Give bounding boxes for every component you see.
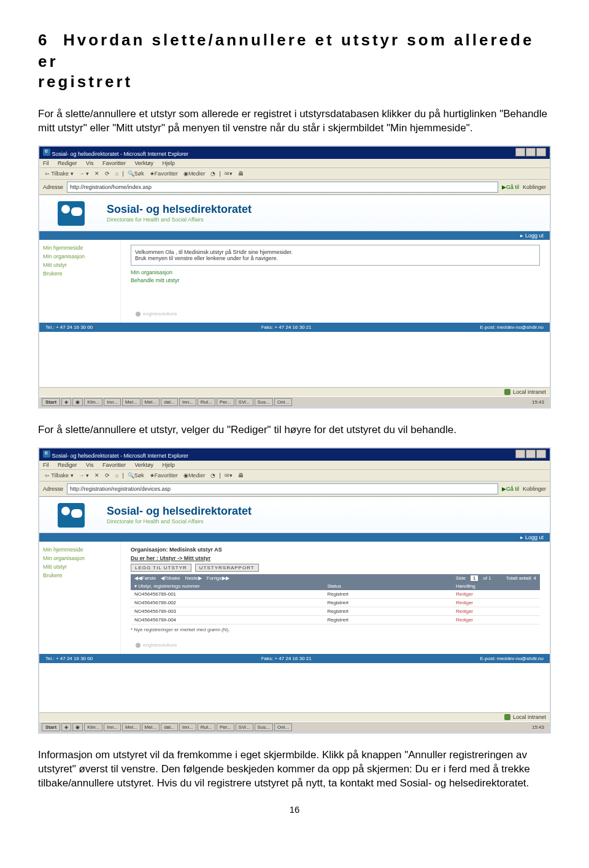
menu-view[interactable]: Vis [86, 160, 93, 166]
taskbar-item[interactable]: Mel... [142, 398, 160, 406]
nav-utstyr[interactable]: Mitt utstyr [43, 564, 117, 570]
nav-users[interactable]: Brukere [43, 572, 117, 578]
link-handle-utstyr[interactable]: Behandle mitt utstyr [131, 277, 540, 283]
taskbar-item[interactable]: Onl... [274, 398, 292, 406]
pager-first[interactable]: ◀◀Første [134, 575, 156, 581]
url-input[interactable]: http://registration/home/index.asp [67, 182, 498, 193]
menu-edit[interactable]: Rediger [58, 160, 77, 166]
menu-tools[interactable]: Verktøy [134, 462, 153, 468]
start-button[interactable]: Start [42, 723, 60, 731]
stop-button[interactable]: ✕ [93, 170, 101, 177]
taskbar-item[interactable]: dat... [161, 398, 178, 406]
quick-launch[interactable]: ◈ [61, 398, 71, 406]
taskbar-item[interactable]: Mel... [142, 723, 160, 731]
media-button[interactable]: ◉Medier [182, 472, 207, 479]
nav-org[interactable]: Min organisasjon [43, 253, 117, 259]
menu-edit[interactable]: Rediger [58, 462, 77, 468]
menu-help[interactable]: Hjelp [162, 462, 175, 468]
pager-prev[interactable]: ◀Tilbake [161, 575, 180, 581]
nav-org[interactable]: Min organisasjon [43, 555, 117, 561]
media-button[interactable]: ◉Medier [182, 170, 207, 177]
menu-bar[interactable]: Fil Rediger Vis Favoritter Verktøy Hjelp [39, 461, 550, 470]
taskbar-item[interactable]: Inn... [179, 398, 196, 406]
col-action[interactable]: Handling [456, 583, 536, 589]
taskbar-item[interactable]: SVi... [236, 723, 253, 731]
link-my-org[interactable]: Min organisasjon [131, 269, 540, 275]
taskbar-item[interactable]: Sos... [255, 398, 273, 406]
taskbar-item[interactable]: Rut... [198, 398, 215, 406]
taskbar-item[interactable]: dat... [161, 723, 178, 731]
mail-button[interactable]: ✉▾ [223, 472, 234, 479]
stop-button[interactable]: ✕ [93, 472, 101, 479]
device-report-button[interactable]: UTSTYRSRAPPORT [195, 564, 259, 572]
taskbar-item[interactable]: Inn... [104, 723, 121, 731]
menu-bar[interactable]: Fil Rediger Vis Favoritter Verktøy Hjelp [39, 159, 550, 168]
taskbar-item[interactable]: Klin... [84, 398, 102, 406]
edit-link[interactable]: Rediger [456, 617, 536, 623]
col-status[interactable]: Status [327, 583, 456, 589]
taskbar-item[interactable]: Mel... [122, 723, 141, 731]
links-label[interactable]: Koblinger [523, 486, 546, 492]
taskbar-item[interactable]: Inn... [179, 723, 196, 731]
pager-page-input[interactable]: 1 [471, 575, 478, 581]
toolbar[interactable]: ⇦ Tilbake ▾ → ▾ ✕ ⟳ ⌂ | 🔍Søk ★Favoritter… [39, 470, 550, 482]
taskbar-item[interactable]: Klin... [84, 723, 102, 731]
toolbar[interactable]: ⇦ Tilbake ▾ → ▾ ✕ ⟳ ⌂ | 🔍Søk ★Favoritter… [39, 168, 550, 180]
print-button[interactable]: 🖶 [236, 472, 245, 479]
favorites-button[interactable]: ★Favoritter [148, 170, 180, 177]
search-button[interactable]: 🔍Søk [126, 170, 146, 177]
window-buttons[interactable] [515, 148, 546, 158]
taskbar-item[interactable]: Sos... [255, 723, 273, 731]
taskbar-item[interactable]: Onl... [274, 723, 292, 731]
taskbar-item[interactable]: Inn... [104, 398, 121, 406]
refresh-button[interactable]: ⟳ [103, 472, 112, 479]
taskbar-item[interactable]: Per... [217, 723, 234, 731]
menu-favorites[interactable]: Favoritter [102, 160, 126, 166]
print-button[interactable]: 🖶 [236, 170, 245, 177]
quick-launch-2[interactable]: ◉ [72, 398, 83, 406]
menu-view[interactable]: Vis [86, 462, 93, 468]
edit-link[interactable]: Rediger [456, 609, 536, 614]
history-button[interactable]: ◔ [209, 472, 217, 479]
nav-utstyr[interactable]: Mitt utstyr [43, 262, 117, 268]
go-button[interactable]: ▶Gå til [502, 184, 519, 190]
nav-users[interactable]: Brukere [43, 271, 117, 277]
links-label[interactable]: Koblinger [523, 184, 546, 190]
url-input[interactable]: http://registration/registration/devices… [67, 483, 498, 494]
quick-launch-2[interactable]: ◉ [72, 723, 83, 731]
nav-home[interactable]: Min hjemmeside [43, 547, 117, 553]
menu-help[interactable]: Hjelp [162, 160, 175, 166]
home-button[interactable]: ⌂ [114, 472, 120, 479]
taskbar-item[interactable]: Mel... [122, 398, 141, 406]
logout-link[interactable]: ▸ Logg ut [520, 232, 544, 239]
search-button[interactable]: 🔍Søk [126, 472, 146, 479]
pager-last[interactable]: Forrige▶▶ [207, 575, 229, 581]
menu-file[interactable]: Fil [43, 462, 49, 468]
favorites-button[interactable]: ★Favoritter [148, 472, 180, 479]
back-button[interactable]: ⇦ Tilbake ▾ [43, 170, 75, 177]
refresh-button[interactable]: ⟳ [103, 170, 112, 177]
add-device-button[interactable]: LEGG TIL UTSTYR [131, 564, 191, 572]
start-button[interactable]: Start [42, 398, 60, 406]
col-regnum[interactable]: ▾ Utstyr, registrerings nummer [134, 583, 327, 589]
back-button[interactable]: ⇦ Tilbake ▾ [43, 472, 75, 479]
window-buttons[interactable] [515, 450, 546, 459]
quick-launch[interactable]: ◈ [61, 723, 71, 731]
taskbar-item[interactable]: Rut... [198, 723, 215, 731]
pager-next[interactable]: Neste▶ [185, 575, 202, 581]
menu-file[interactable]: Fil [43, 160, 49, 166]
edit-link[interactable]: Rediger [456, 600, 536, 605]
go-button[interactable]: ▶Gå til [502, 486, 519, 492]
menu-favorites[interactable]: Favoritter [102, 462, 126, 468]
menu-tools[interactable]: Verktøy [134, 160, 153, 166]
taskbar-item[interactable]: SVi... [236, 398, 253, 406]
history-button[interactable]: ◔ [209, 170, 217, 177]
taskbar-item[interactable]: Per... [217, 398, 234, 406]
logout-link[interactable]: ▸ Logg ut [520, 534, 544, 540]
home-button[interactable]: ⌂ [114, 170, 120, 177]
forward-button[interactable]: → ▾ [77, 472, 91, 479]
nav-home[interactable]: Min hjemmeside [43, 245, 117, 251]
edit-link[interactable]: Rediger [456, 591, 536, 597]
mail-button[interactable]: ✉▾ [223, 170, 234, 177]
forward-button[interactable]: → ▾ [77, 170, 91, 177]
